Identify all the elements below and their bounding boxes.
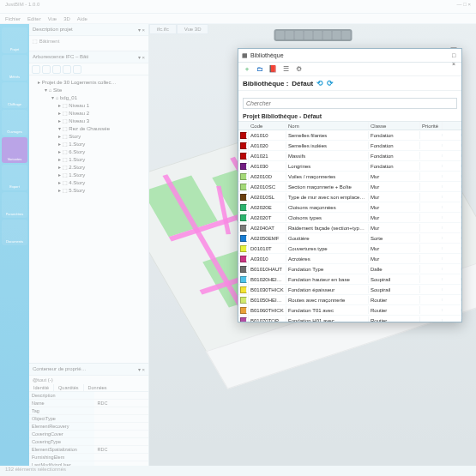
library-row[interactable]: A02020ECloisons maçonnéesMur <box>238 202 461 213</box>
columns-icon[interactable]: ☰ <box>280 64 291 75</box>
tree-tool-3[interactable] <box>52 65 61 74</box>
vp-tool-wire[interactable] <box>332 31 340 39</box>
library-row[interactable]: A02050EMFGouttièreSorte <box>238 233 461 244</box>
rail-item-2[interactable]: Chiffrage <box>2 82 27 108</box>
tab-identity[interactable]: Identité <box>29 384 54 391</box>
library-row[interactable]: A03010AcrotèresMur <box>238 254 461 264</box>
library-row[interactable]: B01020HEIGHTFondation hauteur en baseSou… <box>238 274 461 285</box>
tree-row[interactable]: ▸ ⬚ 1.Story <box>33 172 145 179</box>
library-row[interactable]: A02040ATRaidement façade (section+type) … <box>238 223 461 233</box>
library-row[interactable]: D01010TCouvertures typeMur <box>238 244 461 254</box>
col-code[interactable]: Code <box>249 122 286 130</box>
prop-value[interactable] <box>94 438 148 445</box>
row-code: B01050HEIGHT <box>249 296 286 304</box>
library-row[interactable]: A02010DVoiles / maçonneriesMur <box>238 172 461 182</box>
folder-icon[interactable]: 🗀 <box>255 64 265 75</box>
settings-icon[interactable]: ⚙ <box>293 64 304 75</box>
tree-row[interactable]: ▸ ⬚ Niveau 2 <box>33 110 145 117</box>
tree-row[interactable]: ▸ ⬚ Niveau 3 <box>33 117 145 125</box>
window-close[interactable]: × <box>467 2 471 7</box>
prop-value[interactable] <box>94 392 148 399</box>
color-swatch <box>240 276 247 283</box>
rail-item-1[interactable]: Métrés <box>2 55 27 81</box>
prop-value[interactable] <box>94 431 148 437</box>
tree-row[interactable]: ▸ ⬚ Story <box>33 133 145 141</box>
prop-value[interactable] <box>94 407 148 414</box>
tree-row[interactable]: ▾ ⌂ bdg_01 <box>33 94 145 102</box>
add-icon[interactable]: ＋ <box>242 64 252 75</box>
library-row[interactable]: B01030THICKFondation épaisseurSoupirail <box>238 285 461 295</box>
vp-tool-more[interactable] <box>341 31 350 39</box>
library-row[interactable]: A02020TCloisons typesMur <box>238 213 461 223</box>
project-name-field[interactable]: ⬚ Bâtiment <box>29 36 148 51</box>
library-row[interactable]: A01021MassifsFondation <box>238 151 461 161</box>
library-next-icon[interactable]: ⟳ <box>327 79 334 87</box>
prop-value[interactable] <box>94 415 148 422</box>
tree-tool-4[interactable] <box>63 65 71 74</box>
viewport-tab-1[interactable]: ifc.ifc <box>149 24 177 34</box>
tree-row[interactable]: ▸ ⬚ 2.Story <box>33 164 145 172</box>
col-class[interactable]: Classe <box>369 122 420 130</box>
library-row[interactable]: A02010SLType de mur avec son emplacement… <box>238 192 461 202</box>
dialog-min-button[interactable]: — <box>449 43 458 51</box>
viewport-tab-2[interactable]: Vue 3D <box>177 24 209 34</box>
library-row[interactable]: A02010SCSection maçonnerie + BoîteMur <box>238 182 461 192</box>
tree-row[interactable]: ▾ ⌂ Site <box>33 87 145 94</box>
rail-item-4[interactable]: Variantes <box>2 137 27 163</box>
rail-item-5[interactable]: Export <box>2 165 27 190</box>
col-name[interactable]: Nom <box>286 122 369 130</box>
vp-tool-fit[interactable] <box>304 31 312 39</box>
tree-row[interactable]: ▸ Projet de 30 Logements collec… <box>33 79 145 87</box>
menu-aide[interactable]: Aide <box>77 16 87 21</box>
tab-quantities[interactable]: Quantités <box>54 384 84 391</box>
row-code: A02050EMF <box>249 234 286 242</box>
col-priority[interactable]: Priorité <box>420 122 443 130</box>
tree-tool-2[interactable] <box>42 65 51 74</box>
tab-data[interactable]: Données <box>84 384 111 391</box>
library-row[interactable]: A01030LongrinesFondation <box>238 161 461 172</box>
props-filter[interactable]: @tout (-) <box>29 376 148 384</box>
tree-row[interactable]: ▸ ⬚ 1.Story <box>33 156 145 164</box>
prop-value[interactable]: RDC <box>94 446 148 453</box>
menu-fichier[interactable]: Fichier <box>5 16 21 21</box>
library-row[interactable]: B01060THICKFondation T01 avecRoutier <box>238 305 461 316</box>
rail-item-3[interactable]: Ouvrages <box>2 110 27 136</box>
library-row[interactable]: A01020Semelles isoléesFondation <box>238 141 461 151</box>
tree-row[interactable]: ▸ ⬚ 1.Story <box>33 141 145 148</box>
library-row[interactable]: B01070TOPFondation H01 avecRoutier <box>238 316 461 322</box>
vp-tool-section[interactable] <box>313 31 322 39</box>
book-icon[interactable]: 📕 <box>268 64 278 75</box>
vp-tool-orbit[interactable] <box>275 31 284 39</box>
vp-tool-zoom[interactable] <box>294 31 303 39</box>
tree-row[interactable]: ▸ ⬚ 5.Story <box>33 187 145 195</box>
library-row[interactable]: B01010HAUTFondation TypeDalle <box>238 264 461 274</box>
rail-item-7[interactable]: Documents <box>2 220 27 245</box>
tree-row[interactable]: ▾ ⬚ Rez de Chaussée <box>33 125 145 133</box>
menu-editer[interactable]: Editer <box>27 16 41 21</box>
prop-value[interactable] <box>94 454 148 461</box>
library-search-input[interactable] <box>243 98 457 109</box>
tree-row[interactable]: ▸ ⬚ Niveau 1 <box>33 102 145 110</box>
tree-tool-5[interactable] <box>73 65 81 74</box>
col-swatch[interactable] <box>238 124 249 127</box>
row-code: A01021 <box>249 152 286 160</box>
vp-tool-pan[interactable] <box>285 31 293 39</box>
menu-3d[interactable]: 3D <box>63 16 70 21</box>
row-class: Fondation <box>369 162 420 170</box>
row-priority <box>420 144 443 147</box>
menu-vue[interactable]: Vue <box>48 16 57 21</box>
prop-value[interactable]: RDC <box>94 400 148 407</box>
window-min[interactable]: — <box>457 2 462 7</box>
tree-row[interactable]: ▸ ⬚ 4.Story <box>33 179 145 187</box>
library-prev-icon[interactable]: ⟲ <box>316 79 323 87</box>
library-row[interactable]: B01050HEIGHTRoutes avec maçonnerieRoutie… <box>238 295 461 305</box>
tree-tool-1[interactable] <box>32 65 40 74</box>
rail-item-0[interactable]: Projet <box>2 27 27 53</box>
prop-value[interactable] <box>94 423 148 430</box>
rail-item-6[interactable]: Paramètres <box>2 192 27 218</box>
library-row[interactable]: A01010Semelles filantesFondation <box>238 130 461 141</box>
window-max[interactable]: □ <box>463 2 467 7</box>
tree-row[interactable]: ▸ ⬚ 6.Story <box>33 148 145 156</box>
dialog-max-button[interactable]: □ <box>449 51 458 60</box>
vp-tool-shade[interactable] <box>322 31 331 39</box>
